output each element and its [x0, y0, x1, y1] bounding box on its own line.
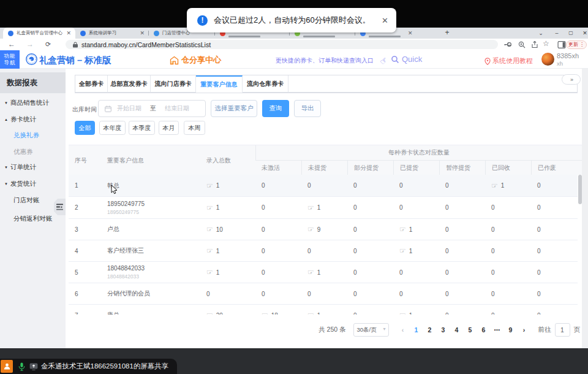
- sidebar-item[interactable]: ▼发货统计: [0, 176, 66, 192]
- cell-status-count[interactable]: ☞9: [301, 226, 347, 233]
- table-row[interactable]: 1韩总☞100000☞10: [69, 175, 578, 197]
- count-link[interactable]: ☞1: [399, 312, 439, 315]
- search-button[interactable]: 查询: [262, 100, 289, 117]
- toast-close-icon[interactable]: ✕: [382, 16, 388, 25]
- count-link[interactable]: ☞1: [491, 182, 531, 189]
- content-tab[interactable]: 重要客户信息: [196, 75, 243, 93]
- pagination-page[interactable]: 2: [424, 323, 435, 337]
- window-menu-button[interactable]: ⌄: [534, 28, 548, 39]
- table-row[interactable]: 3卢总☞100☞90☞1000: [69, 219, 578, 240]
- browser-tab[interactable]: 系统培训学习✕: [75, 28, 149, 39]
- function-nav-toggle[interactable]: 功能 导航: [0, 50, 20, 69]
- browser-tab[interactable]: 礼盒营销平台管理中心✕: [3, 28, 75, 39]
- forward-icon[interactable]: →: [26, 39, 34, 50]
- cell-status-count[interactable]: ☞1: [485, 182, 531, 189]
- password-key-icon[interactable]: [504, 40, 513, 49]
- cell-status-count[interactable]: ☞1: [301, 312, 347, 315]
- count-link[interactable]: ☞20: [206, 312, 255, 315]
- table-row[interactable]: 51804884203318048842033☞10☞100000: [69, 262, 578, 283]
- tab-close-icon[interactable]: ✕: [66, 30, 71, 36]
- goto-page-input[interactable]: 1: [555, 323, 570, 337]
- date-range-input[interactable]: 开始日期 至 结束日期: [98, 100, 206, 117]
- table-row[interactable]: 4客户经理张三☞1000☞1000: [69, 240, 578, 262]
- export-button[interactable]: 导出: [294, 100, 321, 117]
- cell-status-count[interactable]: ☞1: [393, 312, 439, 315]
- page-scrollbar-track[interactable]: [582, 69, 588, 348]
- count-link[interactable]: ☞1: [206, 269, 255, 276]
- cell-total[interactable]: ☞1: [200, 269, 255, 276]
- update-button[interactable]: 更新 ⋮: [566, 40, 587, 49]
- tab-close-icon[interactable]: ✕: [140, 30, 145, 36]
- tab-close-icon[interactable]: ✕: [408, 30, 413, 36]
- count-link[interactable]: ☞1: [206, 248, 255, 254]
- table-row[interactable]: 7唐总☞20☞18☞10☞1000: [69, 305, 578, 315]
- sidebar-item[interactable]: 兑换礼券: [0, 128, 66, 143]
- sidebar-item[interactable]: ▼商品销售统计: [0, 95, 66, 111]
- quick-filter-chip[interactable]: 全部: [75, 121, 95, 135]
- cell-status-count[interactable]: ☞1: [393, 248, 439, 254]
- back-icon[interactable]: ←: [8, 39, 15, 50]
- count-link[interactable]: ☞1: [307, 204, 347, 211]
- table-scrollbar-thumb[interactable]: [578, 175, 582, 204]
- microphone-icon[interactable]: [18, 362, 25, 371]
- pagination-page[interactable]: 4: [451, 323, 462, 337]
- cell-status-count[interactable]: ☞1: [301, 269, 347, 276]
- cell-total[interactable]: ☞1: [200, 248, 255, 254]
- pagination-page[interactable]: 5: [465, 323, 475, 337]
- sidebar-item[interactable]: ▲券卡统计: [0, 112, 66, 128]
- sidebar-item[interactable]: 优惠券: [0, 144, 66, 160]
- count-link[interactable]: ☞10: [206, 226, 255, 233]
- content-tab[interactable]: 流向仓库券卡: [243, 75, 288, 93]
- user-avatar[interactable]: [541, 53, 554, 66]
- content-tab[interactable]: 总部直发券卡: [108, 75, 151, 93]
- pagination-page[interactable]: 6: [478, 323, 489, 337]
- count-link[interactable]: ☞1: [206, 182, 255, 189]
- quick-filter-chip[interactable]: 本周: [184, 121, 205, 135]
- window-maximize-button[interactable]: ▢: [564, 28, 578, 39]
- table-row[interactable]: 6分销代理的会员00000000: [69, 283, 578, 305]
- count-link[interactable]: ☞1: [307, 269, 347, 276]
- sidebar-collapse-handle[interactable]: [54, 199, 66, 215]
- pagination-prev[interactable]: ‹: [398, 323, 408, 337]
- omnibox[interactable]: standard.maboy.cn/CardMemberStatisticsLi…: [66, 40, 498, 49]
- count-link[interactable]: ☞1: [307, 312, 347, 315]
- pagination-page[interactable]: 1: [411, 323, 421, 337]
- screen-share-icon[interactable]: [29, 363, 38, 370]
- cell-total[interactable]: ☞1: [200, 204, 255, 211]
- pagination-next[interactable]: ›: [519, 323, 529, 337]
- quick-filter-chip[interactable]: 本年度: [99, 121, 126, 135]
- content-tab[interactable]: 全部券卡: [75, 75, 108, 93]
- new-tab-button[interactable]: +: [442, 28, 452, 38]
- table-row[interactable]: 21895024977518950249775☞10☞100000: [69, 197, 578, 219]
- share-center-link[interactable]: 仓分享中心: [170, 55, 221, 66]
- page-size-select[interactable]: 30条/页 ▾: [353, 323, 389, 337]
- content-tab[interactable]: 流向门店券卡: [151, 75, 196, 93]
- select-customer-button[interactable]: 选择重要客户: [211, 100, 257, 117]
- reload-icon[interactable]: ⟳: [45, 39, 51, 50]
- window-close-button[interactable]: ✕: [578, 28, 588, 39]
- share-icon[interactable]: [530, 40, 539, 49]
- count-link[interactable]: ☞1: [206, 204, 255, 211]
- zoom-icon[interactable]: [518, 40, 526, 49]
- count-link[interactable]: ☞9: [307, 226, 347, 233]
- cell-total[interactable]: ☞1: [200, 182, 255, 189]
- collapse-tabs-button[interactable]: »: [562, 74, 581, 85]
- sidebar-item[interactable]: ▼订单统计: [0, 159, 66, 175]
- window-minimize-button[interactable]: –: [550, 28, 564, 39]
- cell-total[interactable]: ☞10: [200, 226, 255, 233]
- cell-status-count[interactable]: ☞1: [301, 204, 347, 211]
- tutorial-link[interactable]: 系统使用教程: [484, 56, 533, 66]
- quick-filter-chip[interactable]: 本月: [159, 121, 179, 135]
- count-link[interactable]: ☞1: [399, 226, 439, 233]
- cell-status-count[interactable]: ☞1: [393, 226, 439, 233]
- cell-total[interactable]: ☞20: [200, 312, 255, 315]
- side-panel-icon[interactable]: [557, 40, 566, 49]
- pagination-page[interactable]: ⋯: [492, 323, 502, 337]
- quick-search[interactable]: Quick: [391, 55, 422, 64]
- count-link[interactable]: ☞1: [399, 248, 439, 254]
- count-link[interactable]: ☞18: [262, 312, 301, 315]
- pagination-page[interactable]: 9: [505, 323, 516, 337]
- quick-filter-chip[interactable]: 本季度: [129, 121, 155, 135]
- bookmark-star-icon[interactable]: ☆: [543, 38, 549, 50]
- pagination-page[interactable]: 3: [438, 323, 448, 337]
